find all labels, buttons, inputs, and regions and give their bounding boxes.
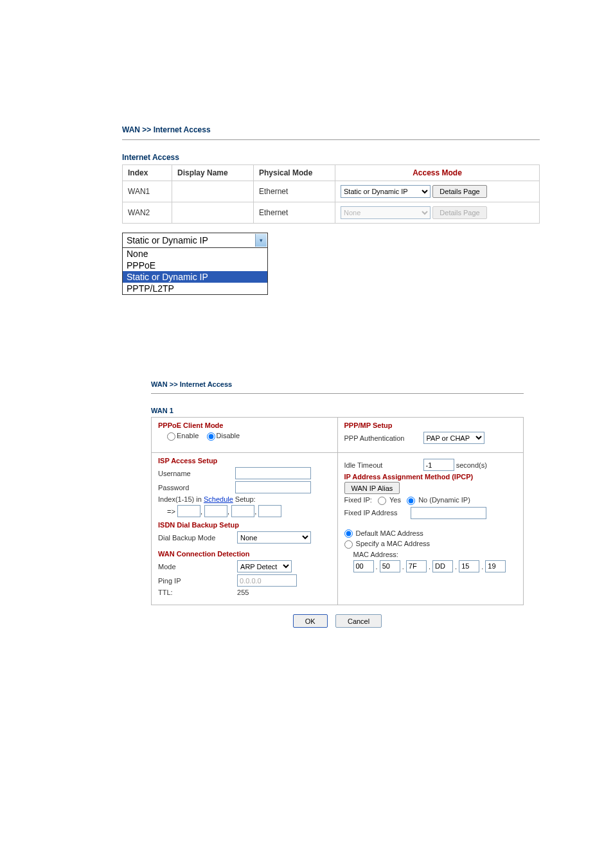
fixed-ip-addr-label: Fixed IP Address <box>344 509 409 517</box>
ppp-auth-label: PPP Authentication <box>344 434 422 442</box>
chevron-down-icon[interactable]: ▾ <box>255 234 267 247</box>
breadcrumb-a: WAN <box>151 380 168 388</box>
pppoe-enable-radio[interactable] <box>167 432 175 441</box>
pppoe-mode-row: Enable Disable <box>158 432 331 441</box>
section-title: WAN 1 <box>151 407 524 414</box>
ping-ip-label: Ping IP <box>158 577 235 585</box>
fixed-ip-yes-radio[interactable] <box>378 497 386 505</box>
schedule-label-row: Index(1-15) in Schedule Setup: <box>158 495 331 503</box>
ttl-label: TTL: <box>158 589 235 596</box>
fixed-ip-label: Fixed IP: <box>344 496 372 504</box>
dropdown-option[interactable]: None <box>123 248 267 260</box>
schedule-link[interactable]: Schedule <box>204 495 233 503</box>
schedule-idx-input[interactable] <box>204 505 227 517</box>
pppmp-title: PPP/MP Setup <box>344 421 517 429</box>
fixed-ip-addr-input[interactable] <box>411 507 486 519</box>
ping-ip-input[interactable] <box>237 574 297 587</box>
cancel-button[interactable]: Cancel <box>335 614 382 628</box>
isp-title: ISP Access Setup <box>158 457 331 465</box>
username-input[interactable] <box>235 467 311 479</box>
dial-backup-select[interactable]: None <box>237 531 311 544</box>
password-input[interactable] <box>235 481 311 493</box>
ttl-value: 255 <box>237 589 249 596</box>
breadcrumb: WAN >> Internet Access <box>122 125 540 139</box>
ok-button[interactable]: OK <box>293 614 328 628</box>
breadcrumb-b: Internet Access <box>180 380 233 388</box>
mac-octet-input[interactable] <box>485 560 506 572</box>
phys: Ethernet <box>254 202 335 224</box>
access-mode-select[interactable]: Static or Dynamic IP <box>341 185 431 198</box>
dial-backup-label: Dial Backup Mode <box>158 534 235 542</box>
fixed-ip-no-radio[interactable] <box>407 497 415 505</box>
wan-det-title: WAN Connection Detection <box>158 550 331 558</box>
breadcrumb-b: Internet Access <box>154 125 211 134</box>
divider <box>151 393 524 394</box>
divider <box>122 139 540 140</box>
section-title: Internet Access <box>122 153 540 162</box>
phys: Ethernet <box>254 181 335 202</box>
internet-access-table: Index Display Name Physical Mode Access … <box>122 164 540 224</box>
col-index: Index <box>123 165 172 181</box>
schedule-idx-input[interactable] <box>258 505 281 517</box>
schedule-arrow: => <box>167 508 175 515</box>
breadcrumb-a: WAN <box>122 125 140 134</box>
mac-octet-input[interactable] <box>380 560 400 572</box>
mac-octet-input[interactable] <box>406 560 427 572</box>
details-page-button: Details Page <box>432 206 486 219</box>
pppoe-title: PPPoE Client Mode <box>158 421 331 429</box>
wan-ip-alias-button[interactable]: WAN IP Alias <box>344 482 400 494</box>
breadcrumb-sep: >> <box>168 380 180 388</box>
details-page-button[interactable]: Details Page <box>432 185 486 198</box>
table-row: WAN2 Ethernet None Details Page <box>123 202 540 224</box>
mac-default-radio[interactable] <box>344 529 353 538</box>
idx: WAN2 <box>123 202 172 224</box>
display <box>172 202 254 224</box>
idle-timeout-label: Idle Timeout <box>344 461 422 469</box>
det-mode-label: Mode <box>158 563 235 571</box>
isdn-title: ISDN Dial Backup Setup <box>158 521 331 529</box>
breadcrumb: WAN >> Internet Access <box>151 380 524 393</box>
col-phys: Physical Mode <box>254 165 335 181</box>
dropdown-option[interactable]: Static or Dynamic IP <box>123 271 267 283</box>
ppp-auth-select[interactable]: PAP or CHAP <box>423 432 484 444</box>
pppoe-disable-radio[interactable] <box>207 432 215 441</box>
idx: WAN1 <box>123 181 172 202</box>
display <box>172 181 254 202</box>
mac-specify-radio[interactable] <box>344 540 353 549</box>
dropdown-option[interactable]: PPPoE <box>123 260 267 271</box>
ipa-title: IP Address Assignment Method (IPCP) <box>344 473 517 481</box>
dropdown-selected[interactable]: Static or Dynamic IP ▾ <box>123 233 267 248</box>
mac-octet-input[interactable] <box>353 560 374 572</box>
dropdown-option[interactable]: PPTP/L2TP <box>123 283 267 294</box>
schedule-idx-input[interactable] <box>177 505 200 517</box>
col-access: Access Mode <box>335 165 540 181</box>
mac-octet-input[interactable] <box>459 560 479 572</box>
password-label: Password <box>158 484 235 492</box>
breadcrumb-sep: >> <box>140 125 154 134</box>
access-mode-select: None <box>341 206 431 219</box>
det-mode-select[interactable]: ARP Detect <box>237 560 292 572</box>
wan1-form: PPPoE Client Mode Enable Disable PPP/MP … <box>151 417 524 605</box>
idle-unit: second(s) <box>456 461 487 469</box>
access-mode-dropdown-open[interactable]: Static or Dynamic IP ▾ None PPPoE Static… <box>122 233 268 295</box>
mac-address-label: MAC Address: <box>344 551 517 558</box>
col-display: Display Name <box>172 165 254 181</box>
table-row: WAN1 Ethernet Static or Dynamic IP Detai… <box>123 181 540 202</box>
idle-timeout-input[interactable] <box>423 459 454 471</box>
mac-octet-input[interactable] <box>432 560 453 572</box>
schedule-idx-input[interactable] <box>231 505 254 517</box>
username-label: Username <box>158 470 235 477</box>
